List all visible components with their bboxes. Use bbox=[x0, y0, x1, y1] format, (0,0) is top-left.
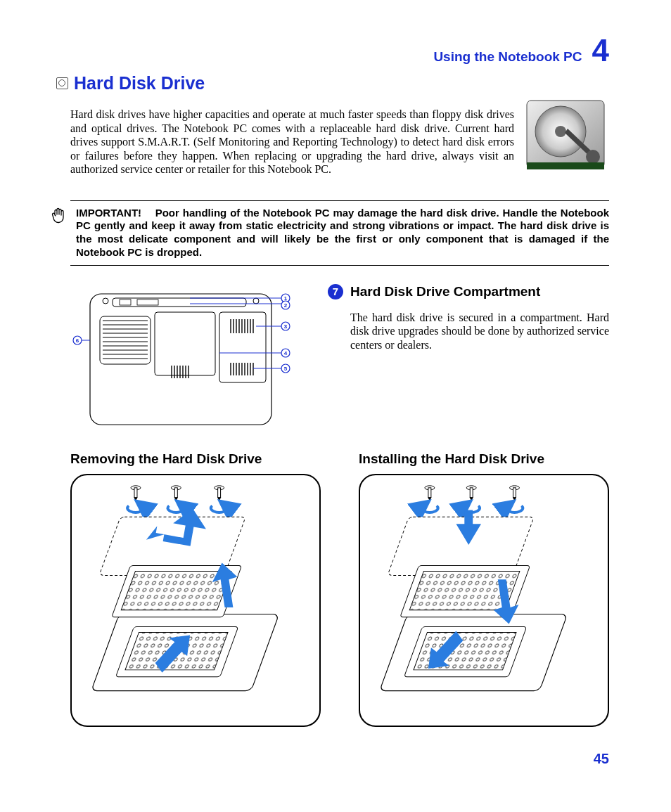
install-hdd-diagram bbox=[359, 474, 609, 727]
svg-rect-11 bbox=[100, 316, 151, 364]
svg-point-10 bbox=[253, 298, 259, 304]
install-heading: Installing the Hard Disk Drive bbox=[359, 451, 609, 467]
svg-text:5: 5 bbox=[284, 365, 288, 371]
remove-hdd-diagram bbox=[70, 474, 321, 727]
svg-text:3: 3 bbox=[284, 323, 288, 329]
hard-disk-icon bbox=[56, 77, 68, 89]
page-number: 45 bbox=[70, 751, 609, 767]
svg-rect-8 bbox=[120, 299, 131, 305]
svg-text:4: 4 bbox=[284, 349, 288, 356]
svg-text:2: 2 bbox=[284, 302, 288, 308]
section-title: Hard Disk Drive bbox=[74, 73, 205, 94]
svg-rect-4 bbox=[527, 162, 604, 169]
svg-rect-30 bbox=[219, 312, 266, 382]
compartment-body: The hard disk drive is secured in a comp… bbox=[350, 311, 609, 352]
svg-rect-83 bbox=[470, 487, 473, 497]
chapter-header: Using the Notebook PC 4 bbox=[70, 35, 609, 66]
svg-text:1: 1 bbox=[284, 295, 288, 301]
svg-text:6: 6 bbox=[76, 337, 79, 343]
compartment-title: Hard Disk Drive Compartment bbox=[350, 284, 540, 299]
stop-hand-icon bbox=[51, 207, 68, 226]
svg-point-3 bbox=[586, 150, 600, 164]
svg-rect-81 bbox=[428, 487, 431, 497]
chapter-number: 4 bbox=[592, 35, 609, 66]
svg-rect-85 bbox=[513, 487, 516, 497]
compartment-badge: 7 bbox=[328, 284, 343, 299]
svg-rect-71 bbox=[174, 487, 177, 497]
note-body: Poor handling of the Notebook PC may dam… bbox=[76, 207, 609, 258]
svg-rect-79 bbox=[121, 571, 231, 610]
svg-rect-6 bbox=[113, 298, 246, 307]
note-label: IMPORTANT! bbox=[76, 207, 141, 219]
laptop-bottom-diagram: 1 2 3 4 5 6 bbox=[70, 284, 295, 432]
svg-point-9 bbox=[103, 298, 108, 304]
remove-heading: Removing the Hard Disk Drive bbox=[70, 451, 321, 467]
svg-point-2 bbox=[555, 126, 566, 137]
svg-rect-7 bbox=[137, 299, 158, 305]
important-note: IMPORTANT! Poor handling of the Notebook… bbox=[70, 200, 609, 266]
svg-rect-69 bbox=[134, 487, 137, 497]
svg-rect-73 bbox=[218, 487, 221, 497]
svg-rect-22 bbox=[155, 312, 215, 375]
hard-disk-photo bbox=[521, 96, 609, 174]
chapter-title: Using the Notebook PC bbox=[433, 49, 582, 65]
